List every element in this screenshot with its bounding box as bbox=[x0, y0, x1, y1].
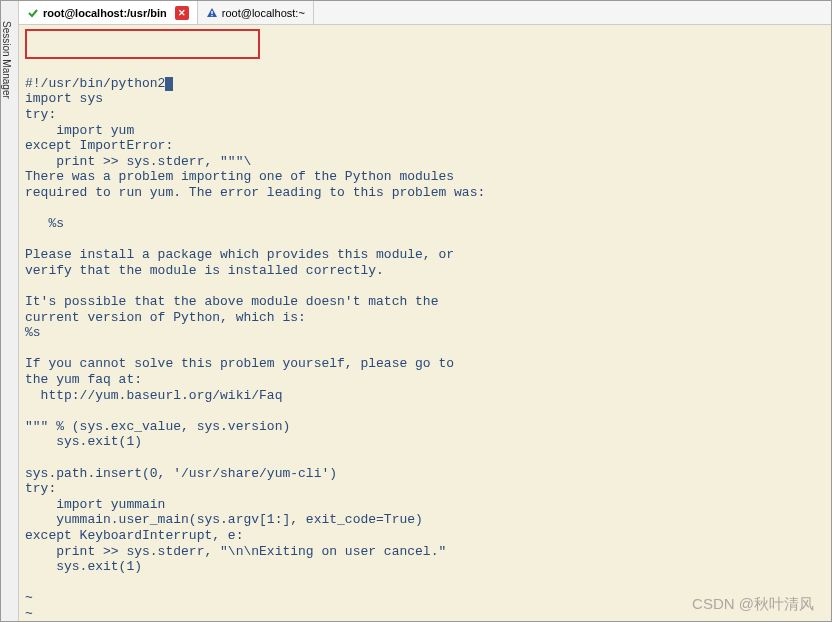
tab-label: root@localhost:~ bbox=[222, 7, 305, 19]
close-icon[interactable]: ✕ bbox=[175, 6, 189, 20]
session-manager-label: Session Manager bbox=[1, 21, 12, 99]
editor-area[interactable]: #!/usr/bin/python2import systry: import … bbox=[19, 25, 831, 621]
check-icon bbox=[27, 7, 39, 19]
warn-icon bbox=[206, 7, 218, 19]
tab-label: root@localhost:/usr/bin bbox=[43, 7, 167, 19]
svg-rect-1 bbox=[211, 15, 212, 16]
code-content: #!/usr/bin/python2import systry: import … bbox=[25, 76, 825, 621]
tab-usr-bin[interactable]: root@localhost:/usr/bin ✕ bbox=[19, 1, 198, 24]
highlight-annotation bbox=[25, 29, 260, 59]
svg-rect-0 bbox=[211, 11, 212, 14]
tab-bar: root@localhost:/usr/bin ✕ root@localhost… bbox=[19, 1, 831, 25]
tab-home[interactable]: root@localhost:~ bbox=[198, 1, 314, 24]
session-manager-sidebar[interactable]: Session Manager bbox=[1, 1, 19, 621]
